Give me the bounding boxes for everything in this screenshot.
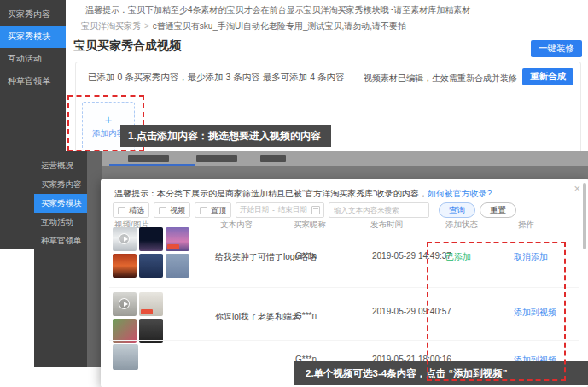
background-tab-2 bbox=[196, 155, 237, 162]
filter-row: 精选 视频 置顶 开始日期 - 结束日期 查询 重置 bbox=[113, 202, 516, 218]
image-thumbnail[interactable] bbox=[139, 319, 163, 343]
row-2-text: 你逗lol我了老婆和端老 bbox=[215, 311, 300, 323]
video-thumbnail[interactable] bbox=[113, 227, 137, 251]
tag-badge bbox=[167, 244, 179, 249]
table-row-2-thumbnails bbox=[113, 292, 163, 343]
modal-tip: 温馨提示：本分类下展示的是商家筛选加精且已被“官方洋淘买家秀库”收录的内容，如何… bbox=[114, 188, 492, 200]
background-tab-3 bbox=[260, 155, 286, 162]
image-thumbnail[interactable] bbox=[113, 254, 137, 278]
image-thumbnail[interactable] bbox=[113, 344, 138, 370]
compose-card-header: 已添加 0 条买家秀内容，最少添加 3 条内容 最多可添加 4 条内容 视频素材… bbox=[76, 62, 580, 91]
recompose-button[interactable]: 重新合成 bbox=[522, 68, 573, 85]
image-thumbnail[interactable] bbox=[139, 227, 163, 251]
w2-sidebar-item-operation-overview[interactable]: 运营概况 bbox=[34, 156, 87, 175]
play-icon bbox=[119, 298, 130, 309]
official-include-link[interactable]: 如何被官方收录? bbox=[428, 189, 492, 198]
added-count-text: 已添加 0 条买家秀内容，最少添加 3 条内容 最多可添加 4 条内容 bbox=[88, 72, 344, 84]
column-header-action: 操作 bbox=[518, 220, 534, 231]
column-header-nickname: 买家昵称 bbox=[294, 220, 326, 231]
breadcrumb-root[interactable]: 宝贝洋淘买家秀 bbox=[81, 21, 141, 31]
reset-button[interactable]: 重置 bbox=[480, 202, 516, 218]
guide-highlight-rect-2 bbox=[427, 242, 566, 381]
w1-tip-text: 温馨提示：宝贝下加精至少4条素材的宝贝才会在前台显示宝贝洋淘买家秀模块哦~请至素… bbox=[85, 4, 470, 16]
background-tab-1 bbox=[128, 155, 169, 162]
filter-label: 置顶 bbox=[211, 205, 226, 216]
table-row-1-thumbnails bbox=[113, 227, 189, 278]
filter-checkbox-video[interactable]: 视频 bbox=[154, 202, 190, 218]
modal-scrollbar[interactable] bbox=[583, 183, 586, 249]
w2-sidebar-item-buyer-show-module[interactable]: 买家秀模块 bbox=[34, 194, 87, 213]
checkbox-icon[interactable] bbox=[159, 207, 166, 214]
edit-status-text: 视频素材已编辑，生效需重新合成并装修 bbox=[364, 73, 517, 85]
filter-label: 精选 bbox=[129, 205, 144, 216]
breadcrumb: 宝贝洋淘买家秀>c普通宝贝有sku_手淘UI自动化老险专用_测试宝贝,请勿动,请… bbox=[81, 21, 406, 32]
modal-tip-text: 温馨提示：本分类下展示的是商家筛选加精且已被“官方洋淘买家秀库”收录的内容， bbox=[114, 189, 428, 198]
w1-sidebar-item-buyer-show-content[interactable]: 买家秀内容 bbox=[0, 3, 66, 26]
date-range-input[interactable]: 开始日期 - 结束日期 bbox=[236, 202, 324, 218]
column-header-time: 发布时间 bbox=[370, 220, 403, 231]
w2-sidebar-item-interactive-activity[interactable]: 互动活动 bbox=[34, 213, 87, 232]
guide-tooltip-1: 1.点击添加内容：挑选想要进入视频的内容 bbox=[120, 125, 331, 147]
query-button[interactable]: 查询 bbox=[439, 202, 475, 218]
filter-label: 视频 bbox=[170, 205, 185, 216]
search-input[interactable] bbox=[329, 202, 429, 218]
row-2-nickname: G***n bbox=[295, 311, 317, 320]
row-1-nickname: G***n bbox=[295, 251, 317, 261]
w2-sidebar: 运营概况 买家秀内容 买家秀模块 互动活动 种草官领单 bbox=[34, 151, 87, 367]
w1-sidebar-item-buyer-show-module[interactable]: 买家秀模块 bbox=[0, 26, 66, 48]
play-icon bbox=[119, 233, 130, 244]
calendar-icon bbox=[311, 206, 320, 214]
date-end-placeholder: 结束日期 bbox=[278, 205, 307, 215]
w1-sidebar-item-grass-official[interactable]: 种草官领单 bbox=[0, 70, 66, 92]
page-title: 宝贝买家秀合成视频 bbox=[73, 38, 181, 54]
filter-checkbox-pinned[interactable]: 置顶 bbox=[195, 202, 231, 218]
image-thumbnail[interactable] bbox=[113, 319, 137, 343]
close-icon[interactable]: × bbox=[573, 182, 580, 195]
image-thumbnail[interactable] bbox=[166, 254, 189, 278]
column-header-status: 添加状态 bbox=[445, 220, 478, 231]
column-header-text: 文本内容 bbox=[220, 220, 253, 231]
checkbox-icon[interactable] bbox=[200, 207, 207, 214]
w2-sidebar-item-grass-official[interactable]: 种草官领单 bbox=[34, 232, 87, 250]
modal-backdrop-strip bbox=[102, 151, 588, 179]
tag-badge bbox=[141, 309, 153, 314]
checkbox-icon[interactable] bbox=[118, 207, 125, 214]
date-start-placeholder: 开始日期 bbox=[240, 205, 269, 215]
breadcrumb-current: c普通宝贝有sku_手淘UI自动化老险专用_测试宝贝,请勿动,请不要拍 bbox=[153, 21, 406, 31]
filter-checkbox-featured[interactable]: 精选 bbox=[113, 202, 149, 218]
breadcrumb-separator: > bbox=[144, 21, 149, 31]
image-thumbnail[interactable] bbox=[139, 254, 163, 278]
active-tab-underline bbox=[109, 164, 195, 166]
table-row-3-thumbnails bbox=[113, 344, 138, 370]
background-tabs bbox=[102, 151, 588, 166]
w2-sidebar-item-buyer-show-content[interactable]: 买家秀内容 bbox=[34, 175, 87, 194]
w1-sidebar-item-interactive-activity[interactable]: 互动活动 bbox=[0, 48, 66, 70]
image-thumbnail[interactable] bbox=[166, 227, 189, 251]
image-thumbnail[interactable] bbox=[139, 292, 163, 316]
app-root: 温馨提示：宝贝下加精至少4条素材的宝贝才会在前台显示宝贝洋淘买家秀模块哦~请至素… bbox=[0, 0, 588, 387]
one-click-decorate-button[interactable]: 一键装修 bbox=[531, 40, 582, 57]
video-thumbnail[interactable] bbox=[113, 292, 137, 316]
date-separator: - bbox=[272, 206, 275, 214]
